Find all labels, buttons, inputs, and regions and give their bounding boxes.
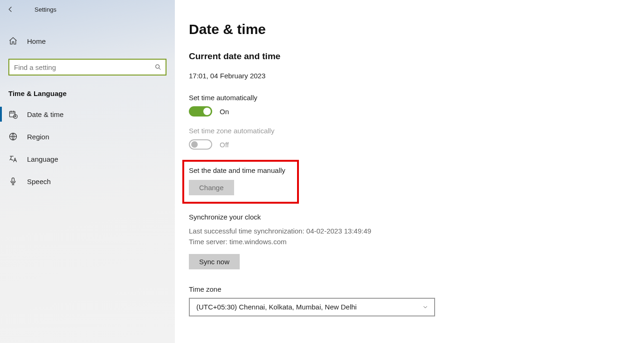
search-input[interactable] (14, 63, 154, 71)
sync-title: Synchronize your clock (189, 213, 625, 221)
sidebar-item-label: Speech (27, 178, 51, 185)
page-title: Date & time (189, 21, 625, 37)
sync-server-label: Time server: (189, 238, 228, 246)
set-timezone-auto-block: Set time zone automatically Off (189, 127, 625, 150)
search-icon (154, 63, 162, 71)
timezone-dropdown[interactable]: (UTC+05:30) Chennai, Kolkata, Mumbai, Ne… (189, 298, 435, 316)
home-icon (8, 36, 18, 46)
search-box[interactable] (8, 59, 166, 75)
sidebar-item-language[interactable]: Language (0, 148, 175, 170)
globe-icon (8, 132, 18, 141)
back-icon[interactable] (7, 5, 15, 14)
sync-block: Synchronize your clock Last successful t… (189, 213, 625, 269)
sidebar-item-region[interactable]: Region (0, 125, 175, 148)
current-date-time-title: Current date and time (189, 51, 625, 62)
sync-last-label: Last successful time synchronization: (189, 227, 305, 235)
svg-rect-1 (10, 111, 15, 117)
microphone-icon (8, 177, 18, 186)
svg-rect-4 (12, 178, 14, 182)
sidebar-item-date-time[interactable]: Date & time (0, 103, 175, 125)
titlebar: Settings (0, 0, 175, 19)
svg-point-0 (156, 65, 159, 69)
sync-server-value: time.windows.com (229, 238, 287, 246)
main-content: Date & time Current date and time 17:01,… (175, 0, 644, 343)
sidebar-home[interactable]: Home (0, 32, 175, 50)
timezone-value: (UTC+05:30) Chennai, Kolkata, Mumbai, Ne… (196, 303, 357, 311)
set-time-auto-block: Set time automatically On (189, 94, 625, 117)
set-time-auto-label: Set time automatically (189, 94, 625, 102)
sidebar-item-label: Region (27, 133, 49, 141)
set-timezone-auto-toggle (189, 139, 212, 150)
sidebar-item-speech[interactable]: Speech (0, 170, 175, 192)
manual-highlight-box: Set the date and time manually Change (182, 160, 299, 204)
app-title: Settings (35, 6, 56, 13)
sync-now-button[interactable]: Sync now (189, 254, 240, 269)
chevron-down-icon (422, 304, 429, 310)
set-timezone-auto-label: Set time zone automatically (189, 127, 625, 135)
current-date-time-value: 17:01, 04 February 2023 (189, 72, 625, 80)
language-icon (8, 154, 18, 164)
sidebar-category: Time & Language (8, 89, 175, 97)
set-time-auto-toggle[interactable] (189, 106, 212, 117)
sidebar-item-label: Date & time (27, 110, 63, 118)
sync-last-value: 04-02-2023 13:49:49 (306, 227, 371, 235)
home-label: Home (27, 37, 46, 45)
sync-info: Last successful time synchronization: 04… (189, 226, 625, 247)
change-button[interactable]: Change (189, 180, 234, 195)
set-manual-label: Set the date and time manually (189, 166, 292, 174)
sidebar-item-label: Language (27, 155, 58, 163)
sidebar: Settings Home Time & Language Date & tim… (0, 0, 175, 343)
calendar-clock-icon (8, 110, 18, 119)
set-timezone-auto-state: Off (220, 141, 229, 149)
set-time-auto-state: On (220, 108, 229, 116)
timezone-label: Time zone (189, 285, 625, 293)
